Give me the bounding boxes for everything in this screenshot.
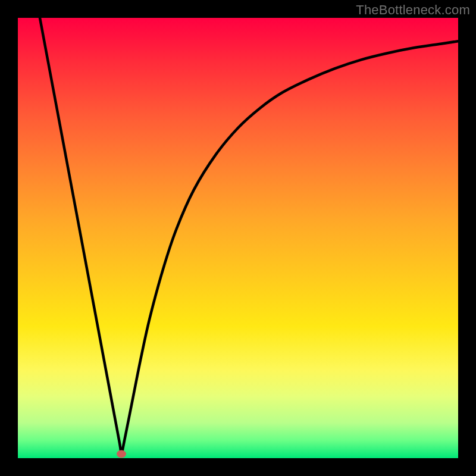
watermark-text: TheBottleneck.com bbox=[356, 2, 470, 18]
chart-frame: TheBottleneck.com bbox=[0, 0, 476, 476]
minimum-point-marker bbox=[117, 450, 126, 458]
bottleneck-curve bbox=[18, 18, 458, 458]
plot-area bbox=[18, 18, 458, 458]
